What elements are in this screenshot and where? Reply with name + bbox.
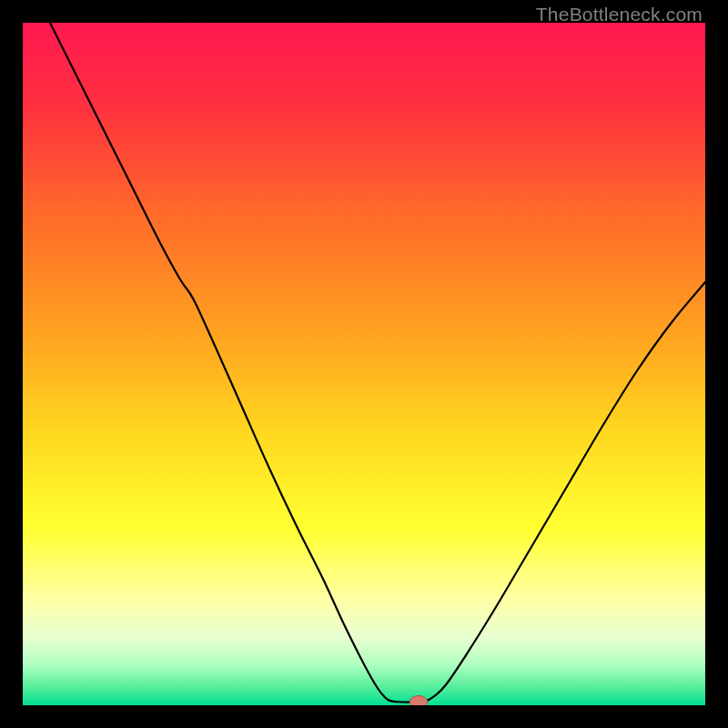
chart-container: TheBottleneck.com xyxy=(0,0,728,728)
watermark-text: TheBottleneck.com xyxy=(536,4,703,25)
plot-area xyxy=(23,23,705,705)
chart-svg xyxy=(23,23,705,705)
optimal-marker xyxy=(410,696,428,706)
gradient-background xyxy=(23,23,705,705)
